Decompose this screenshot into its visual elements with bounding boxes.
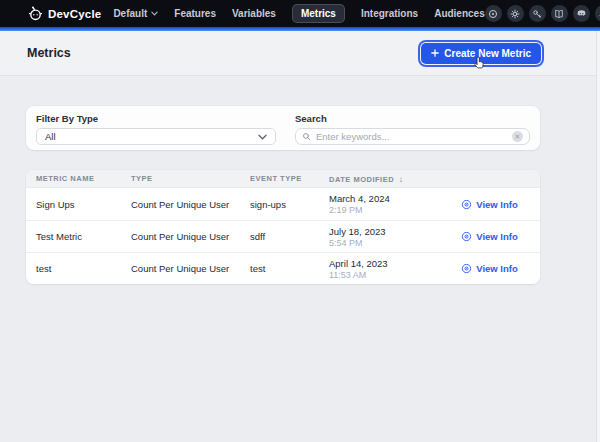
eye-icon [461, 199, 472, 210]
time-text: 5:54 PM [329, 238, 429, 248]
discord-icon[interactable] [573, 5, 590, 22]
metric-name-cell: test [26, 263, 121, 274]
sort-desc-icon: ↓ [399, 174, 404, 184]
time-text: 2:19 PM [329, 205, 429, 215]
type-filter-value: All [45, 131, 56, 142]
type-cell: Count Per Unique User [121, 263, 240, 274]
view-info-link[interactable]: View Info [461, 231, 518, 242]
event-type-cell: sign-ups [240, 199, 319, 210]
nav-item-audiences[interactable]: Audiences [434, 8, 485, 19]
date-modified-cell: March 4, 2024 2:19 PM [319, 193, 429, 215]
create-new-metric-label: Create New Metric [444, 48, 531, 59]
date-text: April 14, 2023 [329, 258, 429, 269]
metric-name-cell: Sign Ups [26, 199, 121, 210]
filter-card: Filter By Type All Search ✕ [26, 106, 540, 150]
column-header-date-modified[interactable]: DATE MODIFIED ↓ [319, 174, 429, 184]
main-content: Filter By Type All Search ✕ [0, 76, 600, 284]
table-row: Test Metric Count Per Unique User sdff J… [26, 220, 540, 252]
nav-item-variables[interactable]: Variables [232, 8, 276, 19]
search-box: ✕ [295, 128, 530, 145]
scrollbar[interactable] [596, 31, 600, 442]
plus-icon [431, 49, 439, 57]
top-navbar: DevCycle Default Features Variables Metr… [0, 0, 600, 27]
metrics-table: METRIC NAME TYPE EVENT TYPE DATE MODIFIE… [26, 170, 540, 284]
column-header-metric-name[interactable]: METRIC NAME [26, 174, 121, 183]
type-cell: Count Per Unique User [121, 199, 240, 210]
brand-logo[interactable]: DevCycle [28, 6, 101, 21]
page-title: Metrics [27, 46, 71, 60]
main-nav: Default Features Variables Metrics Integ… [113, 4, 484, 23]
column-header-event-type[interactable]: EVENT TYPE [240, 174, 319, 183]
search-input[interactable] [316, 131, 507, 142]
table-row: test Count Per Unique User test April 14… [26, 252, 540, 284]
eye-icon [461, 231, 472, 242]
date-text: July 18, 2023 [329, 226, 429, 237]
actions-cell: View Info [429, 263, 540, 274]
view-info-label: View Info [476, 231, 518, 242]
actions-cell: View Info [429, 199, 540, 210]
project-dropdown-label: Default [113, 8, 147, 19]
navbar-actions [485, 4, 600, 23]
notifications-bell-icon[interactable] [595, 5, 600, 22]
event-type-cell: test [240, 263, 319, 274]
page-header: Metrics Create New Metric [0, 31, 600, 76]
table-row: Sign Ups Count Per Unique User sign-ups … [26, 188, 540, 220]
devcycle-robot-icon [28, 6, 43, 21]
column-header-type[interactable]: TYPE [121, 174, 240, 183]
time-text: 11:53 AM [329, 270, 429, 280]
chevron-down-icon [258, 134, 267, 140]
actions-cell: View Info [429, 231, 540, 242]
type-cell: Count Per Unique User [121, 231, 240, 242]
date-modified-cell: April 14, 2023 11:53 AM [319, 258, 429, 280]
table-body: Sign Ups Count Per Unique User sign-ups … [26, 188, 540, 284]
metric-name-cell: Test Metric [26, 231, 121, 242]
key-icon[interactable] [529, 5, 546, 22]
date-modified-cell: July 18, 2023 5:54 PM [319, 226, 429, 248]
nav-item-features[interactable]: Features [174, 8, 216, 19]
view-info-label: View Info [476, 199, 518, 210]
docs-book-icon[interactable] [551, 5, 568, 22]
clear-search-icon[interactable]: ✕ [512, 131, 523, 142]
filter-by-type-field: Filter By Type All [36, 113, 276, 150]
nav-item-metrics[interactable]: Metrics [292, 4, 345, 23]
date-text: March 4, 2024 [329, 193, 429, 204]
chevron-down-icon [151, 11, 158, 16]
type-filter-select[interactable]: All [36, 128, 276, 145]
filter-by-type-label: Filter By Type [36, 113, 276, 124]
target-icon[interactable] [485, 5, 502, 22]
project-dropdown[interactable]: Default [113, 8, 158, 19]
search-icon [302, 132, 311, 141]
view-info-link[interactable]: View Info [461, 199, 518, 210]
view-info-label: View Info [476, 263, 518, 274]
eye-icon [461, 263, 472, 274]
event-type-cell: sdff [240, 231, 319, 242]
create-new-metric-button[interactable]: Create New Metric [421, 43, 541, 64]
brand-name: DevCycle [48, 8, 101, 20]
search-label: Search [295, 113, 530, 124]
search-field: Search ✕ [295, 113, 530, 150]
table-header-row: METRIC NAME TYPE EVENT TYPE DATE MODIFIE… [26, 170, 540, 188]
nav-item-integrations[interactable]: Integrations [361, 8, 418, 19]
view-info-link[interactable]: View Info [461, 263, 518, 274]
gear-icon[interactable] [507, 5, 524, 22]
date-modified-label: DATE MODIFIED [329, 175, 394, 184]
